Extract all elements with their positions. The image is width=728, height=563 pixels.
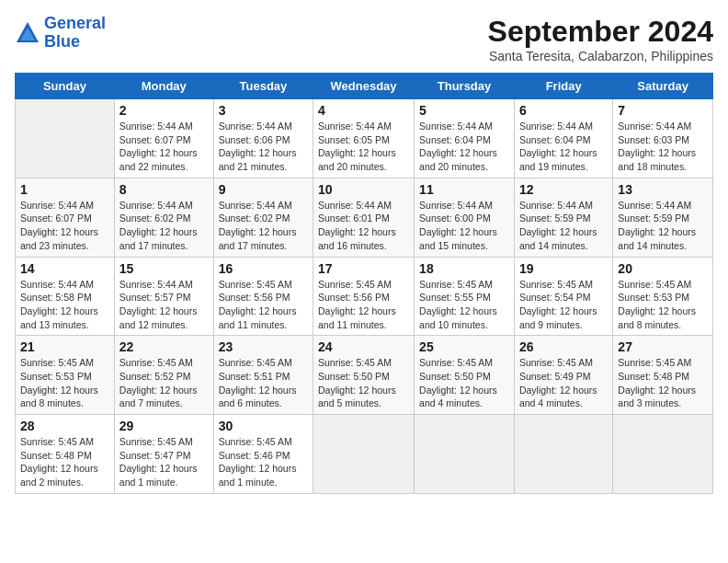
day-number: 14 bbox=[20, 261, 109, 276]
col-tuesday: Tuesday bbox=[213, 74, 313, 99]
day-info: Sunrise: 5:45 AM Sunset: 5:47 PM Dayligh… bbox=[119, 435, 209, 489]
day-number: 10 bbox=[318, 182, 409, 197]
calendar-cell: 8Sunrise: 5:44 AM Sunset: 6:02 PM Daylig… bbox=[114, 178, 213, 257]
day-info: Sunrise: 5:45 AM Sunset: 5:54 PM Dayligh… bbox=[519, 278, 608, 332]
day-info: Sunrise: 5:45 AM Sunset: 5:50 PM Dayligh… bbox=[318, 356, 409, 410]
calendar-body: 2Sunrise: 5:44 AM Sunset: 6:07 PM Daylig… bbox=[16, 99, 713, 494]
calendar-table: Sunday Monday Tuesday Wednesday Thursday… bbox=[15, 73, 713, 494]
calendar-cell bbox=[613, 415, 713, 494]
location-title: Santa Teresita, Calabarzon, Philippines bbox=[488, 49, 713, 63]
calendar-cell: 15Sunrise: 5:44 AM Sunset: 5:57 PM Dayli… bbox=[114, 257, 213, 336]
calendar-cell: 25Sunrise: 5:45 AM Sunset: 5:50 PM Dayli… bbox=[415, 336, 515, 415]
day-info: Sunrise: 5:44 AM Sunset: 6:04 PM Dayligh… bbox=[419, 120, 509, 174]
day-number: 11 bbox=[419, 182, 509, 197]
logo-line2: Blue bbox=[44, 32, 80, 51]
day-info: Sunrise: 5:45 AM Sunset: 5:51 PM Dayligh… bbox=[219, 356, 308, 410]
calendar-cell: 27Sunrise: 5:45 AM Sunset: 5:48 PM Dayli… bbox=[613, 336, 713, 415]
day-number: 17 bbox=[318, 261, 409, 276]
col-saturday: Saturday bbox=[613, 74, 713, 99]
calendar-cell: 11Sunrise: 5:44 AM Sunset: 6:00 PM Dayli… bbox=[415, 178, 515, 257]
month-title: September 2024 bbox=[488, 15, 713, 49]
header: General Blue September 2024 Santa Teresi… bbox=[15, 15, 713, 63]
day-number: 28 bbox=[20, 419, 109, 433]
day-info: Sunrise: 5:45 AM Sunset: 5:52 PM Dayligh… bbox=[119, 356, 209, 410]
calendar-cell bbox=[415, 415, 515, 494]
day-info: Sunrise: 5:44 AM Sunset: 5:58 PM Dayligh… bbox=[20, 278, 109, 332]
day-info: Sunrise: 5:44 AM Sunset: 6:06 PM Dayligh… bbox=[219, 120, 308, 174]
col-thursday: Thursday bbox=[415, 74, 515, 99]
day-info: Sunrise: 5:44 AM Sunset: 6:02 PM Dayligh… bbox=[119, 199, 209, 253]
logo-text: General Blue bbox=[44, 15, 106, 52]
logo-line1: General bbox=[44, 14, 106, 32]
calendar-cell: 14Sunrise: 5:44 AM Sunset: 5:58 PM Dayli… bbox=[16, 257, 115, 336]
calendar-cell: 6Sunrise: 5:44 AM Sunset: 6:04 PM Daylig… bbox=[514, 99, 612, 178]
day-number: 20 bbox=[618, 261, 708, 276]
day-info: Sunrise: 5:45 AM Sunset: 5:56 PM Dayligh… bbox=[318, 278, 409, 332]
day-number: 1 bbox=[20, 182, 109, 197]
day-info: Sunrise: 5:44 AM Sunset: 6:04 PM Dayligh… bbox=[519, 120, 608, 174]
calendar-week-5: 28Sunrise: 5:45 AM Sunset: 5:48 PM Dayli… bbox=[16, 415, 713, 494]
calendar-cell: 16Sunrise: 5:45 AM Sunset: 5:56 PM Dayli… bbox=[213, 257, 313, 336]
calendar-cell: 7Sunrise: 5:44 AM Sunset: 6:03 PM Daylig… bbox=[613, 99, 713, 178]
day-number: 29 bbox=[119, 419, 209, 433]
calendar-week-2: 1Sunrise: 5:44 AM Sunset: 6:07 PM Daylig… bbox=[16, 178, 713, 257]
calendar-cell: 12Sunrise: 5:44 AM Sunset: 5:59 PM Dayli… bbox=[514, 178, 612, 257]
col-monday: Monday bbox=[114, 74, 213, 99]
day-number: 24 bbox=[318, 339, 409, 354]
calendar-cell: 28Sunrise: 5:45 AM Sunset: 5:48 PM Dayli… bbox=[16, 415, 115, 494]
day-info: Sunrise: 5:45 AM Sunset: 5:53 PM Dayligh… bbox=[618, 278, 708, 332]
day-number: 18 bbox=[419, 261, 509, 276]
day-number: 5 bbox=[419, 103, 509, 118]
day-number: 21 bbox=[20, 339, 109, 354]
day-info: Sunrise: 5:44 AM Sunset: 6:07 PM Dayligh… bbox=[20, 199, 109, 253]
day-number: 2 bbox=[119, 103, 209, 118]
calendar-cell bbox=[514, 415, 612, 494]
day-info: Sunrise: 5:45 AM Sunset: 5:56 PM Dayligh… bbox=[219, 278, 308, 332]
calendar-cell: 10Sunrise: 5:44 AM Sunset: 6:01 PM Dayli… bbox=[313, 178, 415, 257]
calendar-cell: 1Sunrise: 5:44 AM Sunset: 6:07 PM Daylig… bbox=[16, 178, 115, 257]
calendar-cell: 29Sunrise: 5:45 AM Sunset: 5:47 PM Dayli… bbox=[114, 415, 213, 494]
day-info: Sunrise: 5:45 AM Sunset: 5:46 PM Dayligh… bbox=[219, 435, 308, 489]
calendar-cell: 19Sunrise: 5:45 AM Sunset: 5:54 PM Dayli… bbox=[514, 257, 612, 336]
day-info: Sunrise: 5:45 AM Sunset: 5:49 PM Dayligh… bbox=[519, 356, 608, 410]
calendar-week-4: 21Sunrise: 5:45 AM Sunset: 5:53 PM Dayli… bbox=[16, 336, 713, 415]
day-number: 15 bbox=[119, 261, 209, 276]
day-info: Sunrise: 5:44 AM Sunset: 5:57 PM Dayligh… bbox=[119, 278, 209, 332]
calendar-cell: 13Sunrise: 5:44 AM Sunset: 5:59 PM Dayli… bbox=[613, 178, 713, 257]
day-number: 30 bbox=[219, 419, 308, 433]
day-number: 8 bbox=[119, 182, 209, 197]
calendar-cell: 17Sunrise: 5:45 AM Sunset: 5:56 PM Dayli… bbox=[313, 257, 415, 336]
calendar-cell: 21Sunrise: 5:45 AM Sunset: 5:53 PM Dayli… bbox=[16, 336, 115, 415]
calendar-cell: 30Sunrise: 5:45 AM Sunset: 5:46 PM Dayli… bbox=[213, 415, 313, 494]
calendar-cell bbox=[16, 99, 115, 178]
calendar-cell: 9Sunrise: 5:44 AM Sunset: 6:02 PM Daylig… bbox=[213, 178, 313, 257]
day-number: 23 bbox=[219, 339, 308, 354]
day-info: Sunrise: 5:44 AM Sunset: 6:05 PM Dayligh… bbox=[318, 120, 409, 174]
title-area: September 2024 Santa Teresita, Calabarzo… bbox=[488, 15, 713, 63]
day-number: 26 bbox=[519, 339, 608, 354]
day-info: Sunrise: 5:44 AM Sunset: 5:59 PM Dayligh… bbox=[519, 199, 608, 253]
calendar-week-1: 2Sunrise: 5:44 AM Sunset: 6:07 PM Daylig… bbox=[16, 99, 713, 178]
day-info: Sunrise: 5:45 AM Sunset: 5:50 PM Dayligh… bbox=[419, 356, 509, 410]
calendar-cell: 20Sunrise: 5:45 AM Sunset: 5:53 PM Dayli… bbox=[613, 257, 713, 336]
calendar-cell: 24Sunrise: 5:45 AM Sunset: 5:50 PM Dayli… bbox=[313, 336, 415, 415]
calendar-cell: 22Sunrise: 5:45 AM Sunset: 5:52 PM Dayli… bbox=[114, 336, 213, 415]
day-info: Sunrise: 5:44 AM Sunset: 5:59 PM Dayligh… bbox=[618, 199, 708, 253]
day-info: Sunrise: 5:45 AM Sunset: 5:55 PM Dayligh… bbox=[419, 278, 509, 332]
day-number: 16 bbox=[219, 261, 308, 276]
calendar-cell: 26Sunrise: 5:45 AM Sunset: 5:49 PM Dayli… bbox=[514, 336, 612, 415]
day-number: 25 bbox=[419, 339, 509, 354]
day-info: Sunrise: 5:45 AM Sunset: 5:53 PM Dayligh… bbox=[20, 356, 109, 410]
day-number: 7 bbox=[618, 103, 708, 118]
calendar-cell: 23Sunrise: 5:45 AM Sunset: 5:51 PM Dayli… bbox=[213, 336, 313, 415]
calendar-week-3: 14Sunrise: 5:44 AM Sunset: 5:58 PM Dayli… bbox=[16, 257, 713, 336]
day-info: Sunrise: 5:44 AM Sunset: 6:00 PM Dayligh… bbox=[419, 199, 509, 253]
day-info: Sunrise: 5:45 AM Sunset: 5:48 PM Dayligh… bbox=[618, 356, 708, 410]
day-number: 6 bbox=[519, 103, 608, 118]
day-number: 22 bbox=[119, 339, 209, 354]
day-number: 13 bbox=[618, 182, 708, 197]
day-number: 3 bbox=[219, 103, 308, 118]
calendar-cell: 18Sunrise: 5:45 AM Sunset: 5:55 PM Dayli… bbox=[415, 257, 515, 336]
calendar-header-row: Sunday Monday Tuesday Wednesday Thursday… bbox=[16, 74, 713, 99]
logo: General Blue bbox=[15, 15, 106, 52]
